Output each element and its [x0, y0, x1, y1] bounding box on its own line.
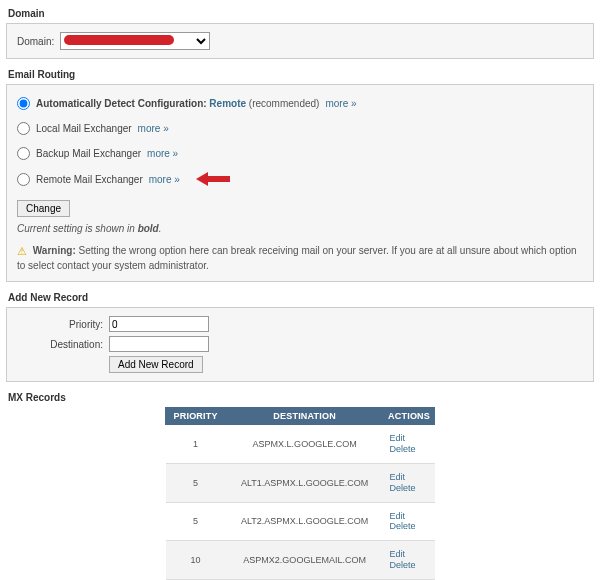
- edit-link[interactable]: Edit: [390, 433, 429, 444]
- priority-input[interactable]: [109, 316, 209, 332]
- mx-table: PRIORITY DESTINATION ACTIONS 1ASPMX.L.GO…: [165, 407, 435, 580]
- mx-priority: 10: [166, 541, 226, 580]
- mx-priority: 5: [166, 463, 226, 502]
- mx-records-title: MX Records: [8, 392, 594, 403]
- mx-destination: ASPMX.L.GOOGLE.COM: [226, 425, 384, 464]
- change-button[interactable]: Change: [17, 200, 70, 217]
- priority-label: Priority:: [17, 319, 109, 330]
- routing-local-label: Local Mail Exchanger: [36, 123, 132, 134]
- table-row: 5ALT1.ASPMX.L.GOOGLE.COMEditDelete: [166, 463, 435, 502]
- email-routing-panel: Automatically Detect Configuration: Remo…: [6, 84, 594, 282]
- routing-remote-radio[interactable]: [17, 173, 30, 186]
- domain-select[interactable]: [60, 32, 210, 50]
- destination-input[interactable]: [109, 336, 209, 352]
- add-record-panel: Priority: Destination: Add New Record: [6, 307, 594, 382]
- routing-backup-more[interactable]: more »: [147, 148, 178, 159]
- add-record-button[interactable]: Add New Record: [109, 356, 203, 373]
- mx-destination: ASPMX2.GOOGLEMAIL.COM: [226, 541, 384, 580]
- mx-priority: 1: [166, 425, 226, 464]
- mx-header-actions: ACTIONS: [384, 408, 435, 425]
- table-row: 5ALT2.ASPMX.L.GOOGLE.COMEditDelete: [166, 502, 435, 541]
- domain-section-title: Domain: [8, 8, 594, 19]
- routing-backup-label: Backup Mail Exchanger: [36, 148, 141, 159]
- add-record-title: Add New Record: [8, 292, 594, 303]
- email-routing-title: Email Routing: [8, 69, 594, 80]
- current-setting-note: Current setting is shown in bold.: [17, 223, 583, 234]
- mx-priority: 5: [166, 502, 226, 541]
- table-row: 10ASPMX2.GOOGLEMAIL.COMEditDelete: [166, 541, 435, 580]
- warning-icon: ⚠: [17, 244, 27, 259]
- edit-link[interactable]: Edit: [390, 511, 429, 522]
- domain-label: Domain:: [17, 36, 54, 47]
- routing-auto-radio[interactable]: [17, 97, 30, 110]
- routing-remote-more[interactable]: more »: [149, 174, 180, 185]
- routing-local-radio[interactable]: [17, 122, 30, 135]
- delete-link[interactable]: Delete: [390, 560, 429, 571]
- mx-destination: ALT2.ASPMX.L.GOOGLE.COM: [226, 502, 384, 541]
- annotation-arrow-icon: [196, 172, 230, 186]
- delete-link[interactable]: Delete: [390, 521, 429, 532]
- routing-backup-radio[interactable]: [17, 147, 30, 160]
- routing-auto-more[interactable]: more »: [325, 98, 356, 109]
- delete-link[interactable]: Delete: [390, 483, 429, 494]
- edit-link[interactable]: Edit: [390, 472, 429, 483]
- edit-link[interactable]: Edit: [390, 549, 429, 560]
- routing-auto-label: Automatically Detect Configuration: Remo…: [36, 98, 319, 109]
- warning-row: ⚠ Warning: Setting the wrong option here…: [17, 244, 583, 273]
- domain-panel: Domain:: [6, 23, 594, 59]
- routing-local-more[interactable]: more »: [138, 123, 169, 134]
- table-row: 1ASPMX.L.GOOGLE.COMEditDelete: [166, 425, 435, 464]
- delete-link[interactable]: Delete: [390, 444, 429, 455]
- destination-label: Destination:: [17, 339, 109, 350]
- mx-destination: ALT1.ASPMX.L.GOOGLE.COM: [226, 463, 384, 502]
- routing-remote-label: Remote Mail Exchanger: [36, 174, 143, 185]
- mx-header-destination: DESTINATION: [226, 408, 384, 425]
- mx-header-priority: PRIORITY: [166, 408, 226, 425]
